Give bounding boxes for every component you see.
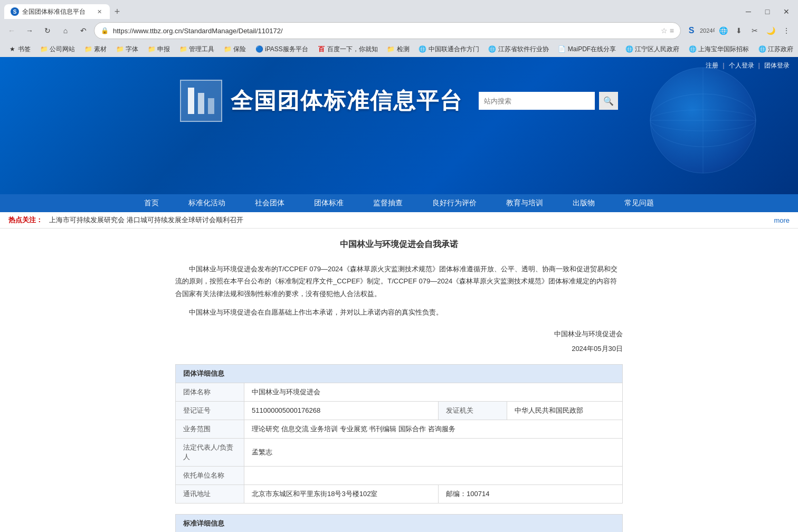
bookmark-item-2[interactable]: 📁 素材 <box>80 44 111 55</box>
search-info-text: 2024年全国高考报名人数1342万 <box>700 27 715 35</box>
search-info-button[interactable]: 2024年全国高考报名人数1342万 <box>700 23 715 38</box>
bookmark-label-15: 江苏政府 <box>768 45 793 54</box>
search-button[interactable]: 🔍 <box>599 92 618 110</box>
folder-icon-6: 📁 <box>224 45 231 53</box>
browser-chrome: S 全国团体标准信息平台 ✕ + ─ □ ✕ ← → ↻ ⌂ ↶ 🔒 https… <box>0 0 798 532</box>
table-row-license: 登记证号 511000005000176268 发证机关 中华人民共和国民政部 <box>176 401 623 420</box>
folder-icon-1: 📁 <box>40 45 48 53</box>
bookmark-label-11: 江苏省软件行业协 <box>498 45 549 54</box>
hot-news-bar: 热点关注： 上海市可持续发展研究会 港口城可持续发展全球研讨会顺利召开 more <box>0 212 798 229</box>
value-legal-rep: 孟繁志 <box>244 438 623 466</box>
value-license-no: 511000005000176268 <box>244 401 439 420</box>
table-row-legal-rep: 法定代表人/负责人 孟繁志 <box>176 438 623 466</box>
folder-icon-3: 📁 <box>116 45 124 53</box>
nav-item-faq[interactable]: 常见问题 <box>610 194 669 212</box>
standard-table-header-row: 标准详细信息 <box>176 514 623 532</box>
minimize-button[interactable]: ─ <box>741 4 756 19</box>
globe-icon-14: 🌐 <box>689 45 696 53</box>
main-content: 中国林业与环境促进会自我承诺 中国林业与环境促进会发布的T/CCPEF 079—… <box>167 229 631 532</box>
address-bar[interactable]: 🔒 https://www.ttbz.org.cn/StandardManage… <box>94 22 681 39</box>
bookmark-label-9: 检测 <box>397 45 410 54</box>
nav-item-good-behavior[interactable]: 良好行为评价 <box>417 194 491 212</box>
bookmark-item-10[interactable]: 🌐 中国联通合作方门 <box>415 44 483 55</box>
bookmark-item-15[interactable]: 🌐 江苏政府 <box>754 44 797 55</box>
active-tab[interactable]: S 全国团体标准信息平台 ✕ <box>4 4 110 19</box>
site-navigation: 首页 标准化活动 社会团体 团体标准 监督抽查 良好行为评价 教育与培训 出版物… <box>0 194 798 212</box>
label-license-no: 登记证号 <box>176 401 244 420</box>
nav-item-publications[interactable]: 出版物 <box>558 194 610 212</box>
group-info-table: 团体详细信息 团体名称 中国林业与环境促进会 登记证号 511000005000… <box>175 364 623 504</box>
bookmark-item-13[interactable]: 🌐 江宁区人民政府 <box>621 44 683 55</box>
reload-button[interactable]: ↻ <box>40 23 55 38</box>
nav-item-social-org[interactable]: 社会团体 <box>240 194 299 212</box>
value-group-name: 中国林业与环境促进会 <box>244 383 623 401</box>
baidu-icon: 百 <box>318 45 325 53</box>
nav-item-standardization[interactable]: 标准化活动 <box>174 194 240 212</box>
bookmark-icon-0: ★ <box>8 45 16 53</box>
bookmark-item-1[interactable]: 📁 公司网站 <box>36 44 79 55</box>
night-mode-button[interactable]: 🌙 <box>763 23 778 38</box>
bookmark-label-5: 管理工具 <box>189 45 214 54</box>
menu-button[interactable]: ⋮ <box>779 23 794 38</box>
label-address: 通讯地址 <box>176 484 244 503</box>
bookmark-item-9[interactable]: 📁 检测 <box>383 44 414 55</box>
tab-title: 全国团体标准信息平台 <box>22 7 86 16</box>
toolbar-icons: S 2024年全国高考报名人数1342万 🌐 ⬇ ✂ 🌙 ⋮ <box>684 23 794 38</box>
pledge-signature-org: 中国林业与环境促进会 <box>175 329 623 339</box>
label-legal-rep: 法定代表人/负责人 <box>176 438 244 466</box>
bookmark-item-7[interactable]: 🔵 iPASS服务平台 <box>251 44 312 55</box>
hot-news-text[interactable]: 上海市可持续发展研究会 港口城可持续发展全球研讨会顺利召开 <box>49 215 767 225</box>
nav-item-home[interactable]: 首页 <box>129 194 174 212</box>
bookmark-label-6: 保险 <box>233 45 246 54</box>
bookmark-item-0[interactable]: ★ 书签 <box>4 44 35 55</box>
window-close-button[interactable]: ✕ <box>779 4 794 19</box>
forward-button[interactable]: → <box>22 23 37 38</box>
search-input[interactable] <box>479 92 595 110</box>
svg-rect-6 <box>198 93 204 114</box>
new-tab-button[interactable]: + <box>110 4 125 19</box>
group-login-link[interactable]: 团体登录 <box>764 61 790 70</box>
label-scope: 业务范围 <box>176 420 244 438</box>
home-button[interactable]: ⌂ <box>58 23 73 38</box>
bookmark-label-10: 中国联通合作方门 <box>429 45 479 54</box>
tab-close-button[interactable]: ✕ <box>95 7 103 16</box>
pledge-paragraph-1: 中国林业与环境促进会发布的T/CCPEF 079—2024《森林草原火灾监测技术… <box>175 263 623 300</box>
bookmark-item-8[interactable]: 百 百度一下，你就知 <box>314 44 382 55</box>
folder-icon-5: 📁 <box>179 45 187 53</box>
bookmark-item-3[interactable]: 📁 字体 <box>112 44 142 55</box>
more-link[interactable]: more <box>774 216 790 224</box>
site-title: 全国团体标准信息平台 <box>231 86 463 116</box>
scissors-button[interactable]: ✂ <box>747 23 762 38</box>
bookmark-star-icon[interactable]: ☆ <box>661 26 668 35</box>
bookmark-label-13: 江宁区人民政府 <box>635 45 679 54</box>
maximize-button[interactable]: □ <box>760 4 775 19</box>
nav-item-group-standard[interactable]: 团体标准 <box>299 194 358 212</box>
bookmark-item-5[interactable]: 📁 管理工具 <box>175 44 218 55</box>
download-button[interactable]: ⬇ <box>732 23 746 38</box>
bookmark-item-12[interactable]: 📄 MaiPDF在线分享 <box>554 44 620 55</box>
value-postal: 邮编：100714 <box>439 484 623 503</box>
bookmark-item-14[interactable]: 🌐 上海宝华国际招标 <box>685 44 753 55</box>
label-group-name: 团体名称 <box>176 383 244 401</box>
globe-icon-10: 🌐 <box>419 45 426 53</box>
site-search: 🔍 <box>479 92 618 110</box>
svg-rect-7 <box>208 98 214 114</box>
bookmark-item-6[interactable]: 📁 保险 <box>220 44 250 55</box>
svg-rect-5 <box>188 88 194 114</box>
back-button[interactable]: ← <box>4 23 19 38</box>
table-row-scope: 业务范围 理论研究 信息交流 业务培训 专业展览 书刊编辑 国际合作 咨询服务 <box>176 420 623 438</box>
ipass-icon: 🔵 <box>255 45 263 53</box>
bookmark-item-11[interactable]: 🌐 江苏省软件行业协 <box>484 44 553 55</box>
nav-item-supervision[interactable]: 监督抽查 <box>358 194 417 212</box>
grid-lines-decoration <box>645 62 761 178</box>
value-host-unit <box>244 466 623 484</box>
label-host-unit: 依托单位名称 <box>176 466 244 484</box>
nav-item-education[interactable]: 教育与培训 <box>491 194 558 212</box>
extensions-button[interactable]: S <box>684 23 699 38</box>
translate-button[interactable]: 🌐 <box>716 23 730 38</box>
bookmark-label-7: iPASS服务平台 <box>265 45 308 54</box>
back-history-button[interactable]: ↶ <box>76 23 91 38</box>
bookmark-label-2: 素材 <box>94 45 107 54</box>
bookmark-item-4[interactable]: 📁 申报 <box>144 44 174 55</box>
read-mode-icon[interactable]: ≡ <box>670 26 674 35</box>
